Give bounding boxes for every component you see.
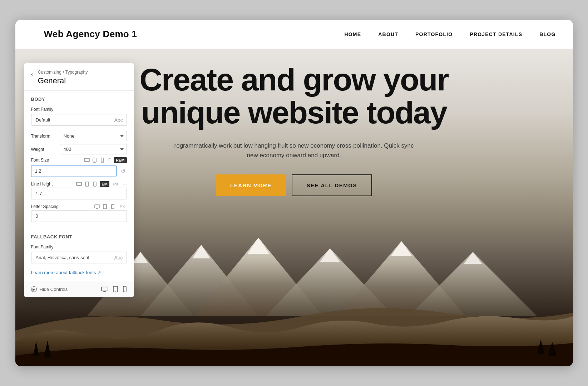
font-family-label: Font Family <box>31 107 127 112</box>
svg-point-20 <box>94 162 95 162</box>
line-height-label: Line Height <box>31 182 53 187</box>
panel-breadcrumb: Customizing • Typography <box>38 70 88 75</box>
fallback-abc-label: Abc <box>110 255 126 261</box>
fallback-font-section: Fallback Font Font Family Abc Learn more… <box>24 226 134 281</box>
device-switcher <box>101 286 127 293</box>
line-height-mobile-icon[interactable] <box>92 181 98 187</box>
letter-spacing-input-container <box>24 210 134 226</box>
svg-marker-9 <box>320 248 340 262</box>
font-size-header: Font Size <box>24 156 134 164</box>
svg-point-22 <box>102 162 103 162</box>
footer-desktop-icon[interactable] <box>101 286 108 293</box>
line-height-icons: EM PX — <box>76 181 127 187</box>
site-header: Web Agency Demo 1 HOME ABOUT PORTOFOLIO … <box>15 20 573 49</box>
letter-spacing-tablet-icon[interactable] <box>102 204 108 209</box>
hide-controls-button[interactable]: ▶ Hide Controls <box>31 286 68 292</box>
letter-spacing-mobile-icon[interactable] <box>110 204 116 209</box>
svg-marker-6 <box>133 252 148 263</box>
panel-footer: ▶ Hide Controls <box>24 281 134 297</box>
line-height-tablet-icon[interactable] <box>84 181 90 187</box>
letter-spacing-icons: PX <box>94 204 127 209</box>
weight-row: Weight 400 300 500 600 700 <box>24 143 134 156</box>
learn-more-text: Learn more about fallback fonts <box>31 270 96 275</box>
line-height-header: Line Height <box>24 180 134 188</box>
font-size-reset-button[interactable]: ↺ <box>119 166 127 176</box>
nav-project-details[interactable]: PROJECT DETAILS <box>470 31 522 37</box>
font-family-field: Font Family Abc <box>24 105 134 129</box>
svg-point-41 <box>115 291 116 292</box>
letter-spacing-header: Letter Spacing <box>24 202 134 210</box>
line-height-divider: — <box>123 182 127 187</box>
svg-rect-16 <box>84 158 89 162</box>
back-button[interactable]: ‹ <box>31 71 33 78</box>
font-family-input-wrap[interactable]: Abc <box>31 114 127 126</box>
transform-select[interactable]: None Uppercase Lowercase Capitalize <box>60 131 127 141</box>
svg-marker-7 <box>192 245 210 258</box>
weight-select[interactable]: 400 300 500 600 700 <box>60 144 127 154</box>
app-frame: Web Agency Demo 1 HOME ABOUT PORTOFOLIO … <box>15 20 573 366</box>
svg-point-34 <box>105 208 105 208</box>
svg-marker-8 <box>248 238 269 254</box>
svg-point-36 <box>113 208 113 208</box>
svg-point-27 <box>87 185 87 186</box>
nav-about[interactable]: ABOUT <box>378 31 398 37</box>
fallback-font-family-label: Font Family <box>31 244 127 249</box>
letter-spacing-desktop-icon[interactable] <box>94 204 100 209</box>
mobile-icon[interactable] <box>100 157 105 163</box>
learn-more-link[interactable]: Learn more about fallback fonts ↗ <box>24 267 134 281</box>
nav-blog[interactable]: BLOG <box>539 31 555 37</box>
customizer-panel: ‹ Customizing • Typography General Body … <box>24 63 134 297</box>
tablet-icon[interactable] <box>92 157 98 163</box>
weight-label: Weight <box>31 147 56 152</box>
font-family-input[interactable] <box>31 114 111 125</box>
panel-header-text: Customizing • Typography General <box>38 70 88 85</box>
external-link-icon: ↗ <box>98 270 101 275</box>
site-nav: HOME ABOUT PORTOFOLIO PROJECT DETAILS BL… <box>344 31 555 37</box>
line-height-desktop-icon[interactable] <box>76 181 82 187</box>
svg-rect-23 <box>76 182 81 185</box>
footer-tablet-icon[interactable] <box>113 286 118 293</box>
hide-controls-label: Hide Controls <box>40 287 68 292</box>
font-size-input-row: ↺ <box>24 164 134 180</box>
hero-subtext: rogrammatically work but low hanging fru… <box>173 141 416 160</box>
svg-rect-37 <box>102 287 108 291</box>
body-section-label: Body <box>24 91 134 105</box>
panel-header: ‹ Customizing • Typography General <box>24 63 134 91</box>
letter-spacing-input[interactable] <box>31 210 127 222</box>
svg-marker-10 <box>391 241 412 256</box>
line-height-input[interactable] <box>31 188 127 199</box>
svg-rect-30 <box>95 205 100 208</box>
line-height-input-container <box>24 188 134 202</box>
transform-label: Transform <box>31 134 56 139</box>
svg-point-43 <box>124 291 125 292</box>
em-unit-badge[interactable]: EM <box>100 181 109 187</box>
fallback-font-family-input[interactable] <box>31 252 111 263</box>
nav-home[interactable]: HOME <box>344 31 361 37</box>
nav-portfolio[interactable]: PORTOFOLIO <box>415 31 453 37</box>
font-size-icons: F REM <box>84 157 127 163</box>
font-size-input[interactable] <box>31 165 117 177</box>
transform-row: Transform None Uppercase Lowercase Capit… <box>24 129 134 143</box>
learn-more-button[interactable]: LEARN MORE <box>216 174 286 196</box>
font-size-separator: F <box>108 158 111 163</box>
panel-body: Body Font Family Abc Transform None Uppe… <box>24 91 134 281</box>
panel-section-title: General <box>38 76 88 85</box>
see-all-demos-button[interactable]: SEE ALL DEMOS <box>292 174 372 196</box>
fallback-font-family-input-wrap[interactable]: Abc <box>31 252 127 263</box>
px-unit-badge[interactable]: PX <box>112 181 120 187</box>
hide-controls-icon: ▶ <box>31 286 37 292</box>
footer-mobile-icon[interactable] <box>123 286 127 293</box>
svg-point-29 <box>95 185 95 186</box>
rem-badge[interactable]: REM <box>114 157 127 163</box>
font-family-abc-label: Abc <box>110 117 126 123</box>
fallback-font-label: Fallback Font <box>24 228 134 242</box>
site-title: Web Agency Demo 1 <box>44 29 137 40</box>
font-size-label: Font Size <box>31 158 49 163</box>
svg-marker-11 <box>464 252 482 264</box>
desktop-icon[interactable] <box>84 157 90 163</box>
fallback-font-family-field: Font Family Abc <box>24 242 134 267</box>
letter-spacing-label: Letter Spacing <box>31 204 59 209</box>
letter-spacing-px-badge[interactable]: PX <box>118 204 127 209</box>
